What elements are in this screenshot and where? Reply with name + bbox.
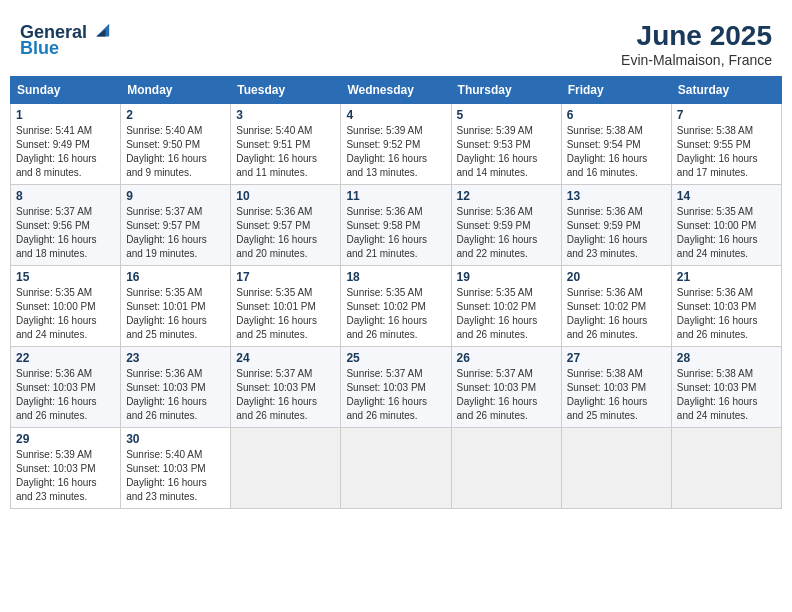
table-cell [231, 428, 341, 509]
day-info: Sunrise: 5:36 AMSunset: 10:03 PMDaylight… [16, 367, 115, 423]
table-cell: 16 Sunrise: 5:35 AMSunset: 10:01 PMDayli… [121, 266, 231, 347]
table-cell: 18 Sunrise: 5:35 AMSunset: 10:02 PMDayli… [341, 266, 451, 347]
table-cell: 10 Sunrise: 5:36 AMSunset: 9:57 PMDaylig… [231, 185, 341, 266]
day-info: Sunrise: 5:36 AMSunset: 10:03 PMDaylight… [677, 286, 776, 342]
table-cell: 23 Sunrise: 5:36 AMSunset: 10:03 PMDayli… [121, 347, 231, 428]
table-cell: 29 Sunrise: 5:39 AMSunset: 10:03 PMDayli… [11, 428, 121, 509]
day-info: Sunrise: 5:40 AMSunset: 9:51 PMDaylight:… [236, 124, 335, 180]
day-info: Sunrise: 5:35 AMSunset: 10:01 PMDaylight… [236, 286, 335, 342]
table-cell: 21 Sunrise: 5:36 AMSunset: 10:03 PMDayli… [671, 266, 781, 347]
header-row: Sunday Monday Tuesday Wednesday Thursday… [11, 77, 782, 104]
day-number: 13 [567, 189, 666, 203]
day-info: Sunrise: 5:35 AMSunset: 10:02 PMDaylight… [457, 286, 556, 342]
day-info: Sunrise: 5:36 AMSunset: 9:59 PMDaylight:… [457, 205, 556, 261]
day-number: 3 [236, 108, 335, 122]
day-info: Sunrise: 5:36 AMSunset: 9:59 PMDaylight:… [567, 205, 666, 261]
week-row-2: 8 Sunrise: 5:37 AMSunset: 9:56 PMDayligh… [11, 185, 782, 266]
table-cell: 12 Sunrise: 5:36 AMSunset: 9:59 PMDaylig… [451, 185, 561, 266]
month-year: June 2025 [621, 20, 772, 52]
day-info: Sunrise: 5:36 AMSunset: 9:58 PMDaylight:… [346, 205, 445, 261]
day-info: Sunrise: 5:41 AMSunset: 9:49 PMDaylight:… [16, 124, 115, 180]
day-info: Sunrise: 5:37 AMSunset: 10:03 PMDaylight… [457, 367, 556, 423]
day-info: Sunrise: 5:37 AMSunset: 9:57 PMDaylight:… [126, 205, 225, 261]
day-info: Sunrise: 5:37 AMSunset: 9:56 PMDaylight:… [16, 205, 115, 261]
day-number: 28 [677, 351, 776, 365]
table-cell: 22 Sunrise: 5:36 AMSunset: 10:03 PMDayli… [11, 347, 121, 428]
day-number: 19 [457, 270, 556, 284]
table-cell: 25 Sunrise: 5:37 AMSunset: 10:03 PMDayli… [341, 347, 451, 428]
svg-marker-1 [96, 29, 105, 36]
table-cell: 5 Sunrise: 5:39 AMSunset: 9:53 PMDayligh… [451, 104, 561, 185]
day-number: 2 [126, 108, 225, 122]
col-thursday: Thursday [451, 77, 561, 104]
day-info: Sunrise: 5:38 AMSunset: 9:55 PMDaylight:… [677, 124, 776, 180]
logo-triangle-icon [89, 20, 111, 42]
table-cell: 28 Sunrise: 5:38 AMSunset: 10:03 PMDayli… [671, 347, 781, 428]
header: General Blue June 2025 Evin-Malmaison, F… [10, 10, 782, 76]
day-info: Sunrise: 5:36 AMSunset: 10:02 PMDaylight… [567, 286, 666, 342]
table-cell: 27 Sunrise: 5:38 AMSunset: 10:03 PMDayli… [561, 347, 671, 428]
day-number: 27 [567, 351, 666, 365]
day-info: Sunrise: 5:36 AMSunset: 10:03 PMDaylight… [126, 367, 225, 423]
col-friday: Friday [561, 77, 671, 104]
table-cell: 14 Sunrise: 5:35 AMSunset: 10:00 PMDayli… [671, 185, 781, 266]
table-cell: 15 Sunrise: 5:35 AMSunset: 10:00 PMDayli… [11, 266, 121, 347]
day-info: Sunrise: 5:35 AMSunset: 10:00 PMDaylight… [677, 205, 776, 261]
table-cell: 3 Sunrise: 5:40 AMSunset: 9:51 PMDayligh… [231, 104, 341, 185]
day-number: 1 [16, 108, 115, 122]
day-number: 23 [126, 351, 225, 365]
day-info: Sunrise: 5:38 AMSunset: 10:03 PMDaylight… [567, 367, 666, 423]
table-cell: 26 Sunrise: 5:37 AMSunset: 10:03 PMDayli… [451, 347, 561, 428]
day-info: Sunrise: 5:39 AMSunset: 9:52 PMDaylight:… [346, 124, 445, 180]
day-info: Sunrise: 5:39 AMSunset: 9:53 PMDaylight:… [457, 124, 556, 180]
table-cell: 6 Sunrise: 5:38 AMSunset: 9:54 PMDayligh… [561, 104, 671, 185]
table-cell [561, 428, 671, 509]
day-info: Sunrise: 5:35 AMSunset: 10:01 PMDaylight… [126, 286, 225, 342]
day-info: Sunrise: 5:36 AMSunset: 9:57 PMDaylight:… [236, 205, 335, 261]
week-row-5: 29 Sunrise: 5:39 AMSunset: 10:03 PMDayli… [11, 428, 782, 509]
day-number: 16 [126, 270, 225, 284]
logo: General Blue [20, 20, 111, 59]
table-cell: 17 Sunrise: 5:35 AMSunset: 10:01 PMDayli… [231, 266, 341, 347]
day-number: 9 [126, 189, 225, 203]
calendar: Sunday Monday Tuesday Wednesday Thursday… [10, 76, 782, 509]
table-cell: 24 Sunrise: 5:37 AMSunset: 10:03 PMDayli… [231, 347, 341, 428]
day-number: 14 [677, 189, 776, 203]
day-number: 8 [16, 189, 115, 203]
day-info: Sunrise: 5:40 AMSunset: 9:50 PMDaylight:… [126, 124, 225, 180]
day-info: Sunrise: 5:39 AMSunset: 10:03 PMDaylight… [16, 448, 115, 504]
day-number: 7 [677, 108, 776, 122]
day-info: Sunrise: 5:35 AMSunset: 10:00 PMDaylight… [16, 286, 115, 342]
week-row-3: 15 Sunrise: 5:35 AMSunset: 10:00 PMDayli… [11, 266, 782, 347]
table-cell: 20 Sunrise: 5:36 AMSunset: 10:02 PMDayli… [561, 266, 671, 347]
col-monday: Monday [121, 77, 231, 104]
day-number: 10 [236, 189, 335, 203]
day-number: 24 [236, 351, 335, 365]
day-number: 30 [126, 432, 225, 446]
location: Evin-Malmaison, France [621, 52, 772, 68]
day-number: 18 [346, 270, 445, 284]
col-sunday: Sunday [11, 77, 121, 104]
day-number: 26 [457, 351, 556, 365]
day-number: 6 [567, 108, 666, 122]
table-cell: 30 Sunrise: 5:40 AMSunset: 10:03 PMDayli… [121, 428, 231, 509]
logo-blue: Blue [20, 38, 59, 59]
week-row-4: 22 Sunrise: 5:36 AMSunset: 10:03 PMDayli… [11, 347, 782, 428]
day-number: 22 [16, 351, 115, 365]
table-cell: 11 Sunrise: 5:36 AMSunset: 9:58 PMDaylig… [341, 185, 451, 266]
week-row-1: 1 Sunrise: 5:41 AMSunset: 9:49 PMDayligh… [11, 104, 782, 185]
day-number: 21 [677, 270, 776, 284]
col-tuesday: Tuesday [231, 77, 341, 104]
table-cell [671, 428, 781, 509]
day-number: 4 [346, 108, 445, 122]
day-info: Sunrise: 5:40 AMSunset: 10:03 PMDaylight… [126, 448, 225, 504]
col-wednesday: Wednesday [341, 77, 451, 104]
day-number: 5 [457, 108, 556, 122]
day-info: Sunrise: 5:37 AMSunset: 10:03 PMDaylight… [346, 367, 445, 423]
table-cell: 13 Sunrise: 5:36 AMSunset: 9:59 PMDaylig… [561, 185, 671, 266]
table-cell: 8 Sunrise: 5:37 AMSunset: 9:56 PMDayligh… [11, 185, 121, 266]
day-number: 15 [16, 270, 115, 284]
day-number: 25 [346, 351, 445, 365]
day-number: 17 [236, 270, 335, 284]
title-area: June 2025 Evin-Malmaison, France [621, 20, 772, 68]
